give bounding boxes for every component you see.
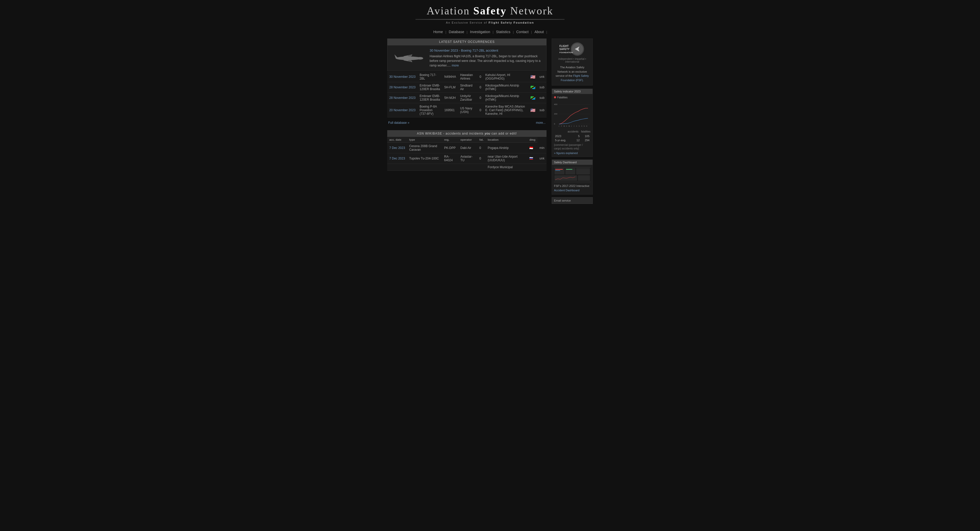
nav-home[interactable]: Home	[433, 30, 443, 34]
svg-text:A: A	[566, 125, 567, 127]
title-pre: Aviation	[427, 5, 473, 17]
latest-table-row: 28 November 2023 Embraer EMB-120ER Brasi…	[387, 82, 547, 93]
nav-sep-6: |	[546, 30, 547, 34]
svg-text:M: M	[563, 125, 565, 127]
wiki-location-cell: Fordyce Municipal	[486, 164, 527, 171]
wiki-table-row: 7 Dec 2023 Tupolev Tu-204-100C RA-64024 …	[387, 153, 547, 164]
svg-text:M: M	[569, 125, 570, 127]
featured-description: Hawaiian Airlines flight HA105, a Boeing…	[430, 54, 543, 68]
latest-flag-cell: 🇹🇿	[528, 82, 538, 93]
stats-fatalities-5yr: 294	[581, 138, 590, 142]
svg-marker-2	[395, 54, 398, 58]
wiki-reg-cell: PK-DPP	[442, 143, 458, 153]
svg-rect-38	[555, 170, 560, 171]
latest-table-body: 30 November 2023 Boeing 717-2BL N494HA H…	[387, 71, 547, 117]
aircraft-silhouette-svg	[392, 51, 425, 66]
figures-explained-link[interactable]: » figures explained	[554, 152, 578, 155]
wiki-table-row: Fordyce Municipal	[387, 164, 547, 171]
wiki-aircraft-cell: Cessna 208B Grand Caravan	[407, 143, 442, 153]
latest-location-cell: Kahului Airport, HI (OGG/PHOG)	[483, 71, 528, 82]
latest-date-link[interactable]: 20 November 2023	[389, 108, 415, 112]
latest-aircraft-cell: Boeing 717-2BL	[418, 71, 442, 82]
wiki-fat-cell	[477, 164, 486, 171]
wiki-date-cell: 7 Dec 2023	[387, 153, 407, 164]
latest-date-link[interactable]: 30 November 2023	[389, 75, 415, 79]
latest-table-row: 20 November 2023 Boeing P-8A Poseidon (7…	[387, 103, 547, 117]
nav-about[interactable]: About	[535, 30, 544, 34]
latest-operator-cell: Sindbard Air	[458, 82, 477, 93]
latest-date-cell: 30 November 2023	[387, 71, 418, 82]
wiki-dmg-cell: min	[538, 143, 547, 153]
latest-occurrences-table: 30 November 2023 Boeing 717-2BL N494HA H…	[387, 71, 547, 117]
svg-text:A: A	[576, 125, 577, 127]
latest-section-header: Latest Safety Occurrences	[387, 38, 547, 45]
nav-database[interactable]: Database	[449, 30, 464, 34]
header-divider	[415, 19, 565, 20]
wiki-reg-cell	[442, 164, 458, 171]
latest-aircraft-cell: Embraer EMB-120ER Brasilia	[418, 82, 442, 93]
wiki-location-cell: near Ulan-Ude Airport (UUD/UIUU)	[486, 153, 527, 164]
svg-text:O: O	[581, 125, 582, 127]
col-reg: reg.	[442, 137, 458, 143]
featured-more-link[interactable]: more	[452, 64, 459, 67]
latest-location-cell: Kaneohe Bay MCAS (Marion E. Carl Field) …	[483, 103, 528, 117]
sidebar: FLIGHT SAFETY FOUNDATION independent • i…	[552, 38, 593, 204]
wiki-date-link[interactable]: 7 Dec 2023	[389, 157, 405, 160]
latest-date-link[interactable]: 28 November 2023	[389, 96, 415, 100]
wiki-location-cell: Pogapa Airstrip	[486, 143, 527, 153]
nav-sep-4: |	[513, 30, 514, 34]
latest-dmg-cell: unk	[538, 71, 547, 82]
svg-rect-37	[555, 169, 563, 170]
latest-dmg-cell: sub	[538, 82, 547, 93]
safety-dashboard-content: FSF's 2017-2022 Interactive Accident Das…	[554, 167, 590, 192]
wiki-table-row: 7 Dec 2023 Cessna 208B Grand Caravan PK-…	[387, 143, 547, 153]
svg-text:J: J	[574, 125, 574, 127]
email-service-label: Email service	[554, 199, 571, 202]
main-nav: Home | Database | Investigation | Statis…	[0, 27, 980, 36]
stats-fatalities-2023: 105	[581, 134, 590, 138]
title-bold: Safety	[473, 5, 507, 17]
wiki-fat-cell: 0	[477, 143, 486, 153]
main-content: Latest Safety Occurrences	[387, 38, 547, 204]
wiki-fat-cell: 0	[477, 153, 486, 164]
legend-fatalities: Fatalities	[554, 96, 568, 99]
wiki-flag-cell	[527, 164, 537, 171]
safety-indicator-content: Fatalities 400 200 0	[554, 96, 590, 155]
svg-text:J: J	[571, 125, 572, 127]
featured-title-link[interactable]: 30 November 2023 - Boeing 717-2BL accide…	[430, 49, 498, 52]
nav-statistics[interactable]: Statistics	[496, 30, 510, 34]
nav-sep-5: |	[531, 30, 532, 34]
svg-text:200: 200	[554, 113, 558, 115]
wiki-date-cell: 7 Dec 2023	[387, 143, 407, 153]
svg-text:0: 0	[554, 123, 555, 125]
stats-row-5yr: 5-yr-avg. 12 294	[554, 138, 590, 142]
latest-date-link[interactable]: 28 November 2023	[389, 86, 415, 89]
svg-rect-35	[555, 175, 577, 181]
latest-operator-cell: UnityAir Zanzibar	[458, 93, 477, 103]
wiki-aircraft-cell	[407, 164, 442, 171]
wikibase-table: acc. date type reg. operator fat. locati…	[387, 137, 547, 171]
svg-text:F: F	[561, 125, 562, 127]
site-title: Aviation Safety Network	[0, 5, 980, 17]
latest-reg-cell: 169561	[442, 103, 458, 117]
latest-reg-cell: 5H-FLM	[442, 82, 458, 93]
wikibase-header: ASN WIKIBASE - accidents and incidents y…	[387, 130, 547, 137]
svg-text:SAFETY: SAFETY	[559, 48, 570, 51]
nav-contact[interactable]: Contact	[516, 30, 528, 34]
col-type: type	[407, 137, 442, 143]
stats-accidents-2023: 5	[573, 134, 581, 138]
svg-text:S: S	[579, 125, 580, 127]
latest-fat-cell: 0	[477, 82, 483, 93]
nav-sep-2: |	[467, 30, 468, 34]
wiki-operator-cell: Aviastar-TU	[458, 153, 477, 164]
wikibase-header-row: acc. date type reg. operator fat. locati…	[387, 137, 547, 143]
nav-investigation[interactable]: Investigation	[470, 30, 490, 34]
stats-5yr-label: 5-yr-avg.	[554, 138, 573, 142]
safety-chart-svg: 400 200 0 J F M	[554, 100, 590, 128]
wikibase-table-head: acc. date type reg. operator fat. locati…	[387, 137, 547, 143]
full-database-link[interactable]: Full database »	[388, 121, 409, 125]
accident-dashboard-link[interactable]: Accident Dashboard	[554, 189, 579, 192]
more-link[interactable]: more...	[536, 121, 546, 125]
svg-text:FOUNDATION: FOUNDATION	[559, 51, 573, 54]
wiki-date-link[interactable]: 7 Dec 2023	[389, 146, 405, 150]
